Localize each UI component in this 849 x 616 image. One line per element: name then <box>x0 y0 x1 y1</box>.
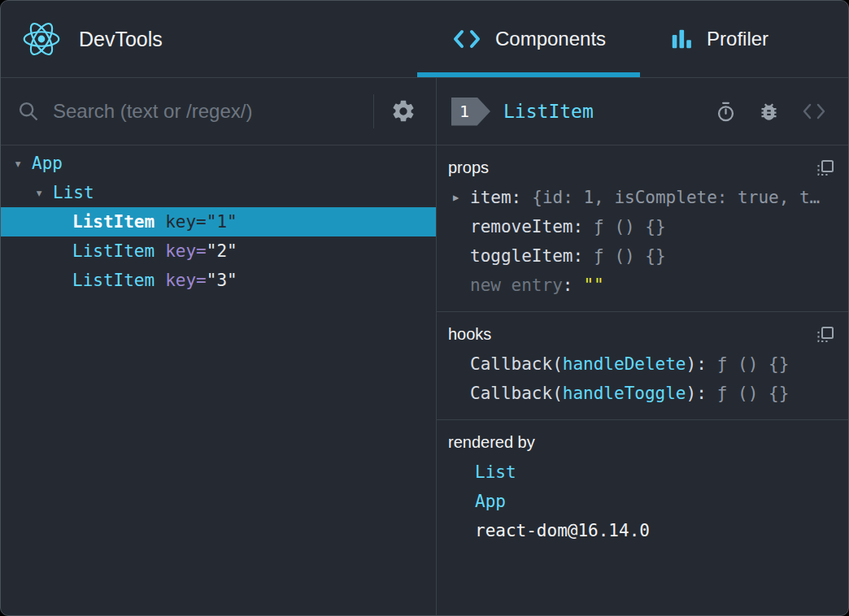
search-bar <box>1 78 436 145</box>
stopwatch-icon <box>715 101 737 123</box>
inspector-header: 1 ListItem <box>437 78 848 145</box>
tab-profiler[interactable]: Profiler <box>648 1 790 77</box>
code-icon <box>801 102 827 120</box>
inspector-actions <box>710 101 832 123</box>
main-split: ▾ App ▾ List ListItem key="1" ListItem k… <box>1 78 848 616</box>
copy-icon <box>816 158 835 178</box>
component-name: ListItem <box>72 212 155 232</box>
log-component-button[interactable] <box>753 101 785 123</box>
tab-bar: Components Profiler <box>417 1 790 77</box>
bug-icon <box>758 101 780 123</box>
selected-component-name: ListItem <box>503 101 594 122</box>
key-attribute: key="3" <box>165 271 237 290</box>
view-source-button[interactable] <box>796 102 832 120</box>
tree-row-listitem-2[interactable]: ListItem key="2" <box>1 236 436 266</box>
copy-props-button[interactable] <box>814 157 837 180</box>
component-name: ListItem <box>72 271 155 290</box>
hook-row-handledelete[interactable]: Callback(handleDelete):ƒ () {} <box>448 349 835 379</box>
components-tree-panel: ▾ App ▾ List ListItem key="1" ListItem k… <box>1 78 437 616</box>
tab-components[interactable]: Components <box>417 1 640 77</box>
element-badge: 1 <box>451 98 490 126</box>
code-icon <box>451 28 482 50</box>
search-icon <box>17 100 40 123</box>
search-input[interactable] <box>51 99 362 124</box>
rendered-by-item[interactable]: App <box>448 487 835 516</box>
copy-icon <box>816 325 835 345</box>
prop-row-removeitem[interactable]: removeItem:ƒ () {} <box>448 212 835 241</box>
component-tree: ▾ App ▾ List ListItem key="1" ListItem k… <box>1 145 436 295</box>
key-attribute: key="2" <box>165 241 237 261</box>
expand-arrow-icon[interactable]: ▶ <box>453 192 459 203</box>
owner-link-app[interactable]: App <box>475 492 506 511</box>
prop-row-new-entry[interactable]: new entry:"" <box>448 271 835 300</box>
divider <box>373 94 374 128</box>
props-section: props ▶ item:{id: 1, isComplete: true, t… <box>437 145 848 312</box>
tab-profiler-label: Profiler <box>707 28 768 50</box>
inspector-panel: 1 ListItem <box>437 78 848 616</box>
owner-link-list[interactable]: List <box>475 462 516 482</box>
renderer-version: react-dom@16.14.0 <box>475 521 650 540</box>
prop-row-item[interactable]: ▶ item:{id: 1, isComplete: true, t… <box>448 183 835 212</box>
props-title: props <box>448 155 835 180</box>
key-attribute: key="1" <box>165 212 237 232</box>
bar-chart-icon <box>669 27 694 51</box>
tab-components-label: Components <box>495 28 606 50</box>
hook-row-handletoggle[interactable]: Callback(handleToggle):ƒ () {} <box>448 379 835 408</box>
hooks-section: hooks Callback(handleDelete):ƒ () {} Cal… <box>437 312 848 420</box>
copy-hooks-button[interactable] <box>814 323 837 346</box>
chevron-down-icon[interactable]: ▾ <box>14 155 32 171</box>
devtools-window: DevTools Components <box>0 0 849 616</box>
component-name: App <box>32 154 63 173</box>
chevron-down-icon[interactable]: ▾ <box>35 184 53 201</box>
prop-row-toggleitem[interactable]: toggleItem:ƒ () {} <box>448 241 835 271</box>
rendered-by-item[interactable]: List <box>448 458 835 487</box>
rendered-by-item: react-dom@16.14.0 <box>448 516 835 545</box>
rendered-by-section: rendered by List App react-dom@16.14.0 <box>437 420 848 557</box>
top-bar: DevTools Components <box>1 1 848 78</box>
suspense-toggle-button[interactable] <box>710 101 742 123</box>
hooks-title: hooks <box>448 322 835 346</box>
tree-row-app[interactable]: ▾ App <box>1 149 436 178</box>
tree-row-list[interactable]: ▾ List <box>1 178 436 207</box>
tree-row-listitem-3[interactable]: ListItem key="3" <box>1 266 436 295</box>
gear-icon <box>390 98 416 124</box>
component-name: List <box>53 183 94 202</box>
tree-row-listitem-1[interactable]: ListItem key="1" <box>1 207 436 236</box>
react-logo-icon <box>22 20 61 58</box>
component-name: ListItem <box>72 241 155 261</box>
app-title: DevTools <box>79 28 163 51</box>
settings-button[interactable] <box>385 98 421 124</box>
rendered-by-title: rendered by <box>448 430 835 454</box>
brand: DevTools <box>1 1 417 77</box>
